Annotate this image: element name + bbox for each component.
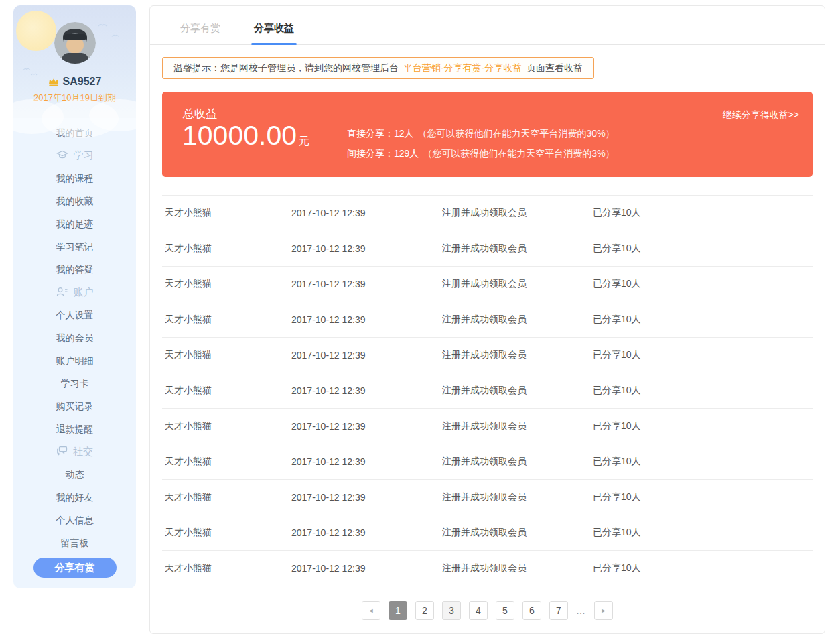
- tip-bar: 温馨提示：您是网校子管理员，请到您的网校管理后台 平台营销-分享有赏-分享收益 …: [162, 57, 594, 79]
- page-button-5[interactable]: 5: [496, 601, 514, 620]
- table-row: 天才小熊猫2017-10-12 12:39注册并成功领取会员已分享10人: [162, 480, 813, 515]
- page: SA9527 2017年10月19日到期 我的首页学习我的课程我的收藏我的足迹学…: [0, 0, 840, 642]
- page-button-3[interactable]: 3: [442, 601, 461, 620]
- share-records-table: 天才小熊猫2017-10-12 12:39注册并成功领取会员已分享10人天才小熊…: [162, 195, 813, 586]
- tip-link[interactable]: 平台营销-分享有赏-分享收益: [403, 62, 522, 73]
- cell-event: 注册并成功领取会员: [442, 385, 593, 397]
- cell-shared: 已分享10人: [593, 314, 813, 326]
- cell-name: 天才小熊猫: [165, 562, 291, 574]
- sidebar-item-purchase-records[interactable]: 购买记录: [56, 395, 94, 418]
- cell-time: 2017-10-12 12:39: [291, 492, 442, 503]
- bird-icon: [111, 34, 119, 38]
- next-page-icon[interactable]: ►: [594, 601, 613, 620]
- sidebar-section-study: 学习: [56, 144, 94, 167]
- page-button-4[interactable]: 4: [469, 601, 488, 620]
- page-button-6[interactable]: 6: [522, 601, 541, 620]
- cell-shared: 已分享10人: [593, 491, 813, 503]
- cell-name: 天才小熊猫: [165, 491, 291, 503]
- sidebar-item-my-friends[interactable]: 我的好友: [56, 486, 94, 509]
- page-button-7[interactable]: 7: [549, 601, 568, 620]
- banner-stat: 间接分享：129人（您可以获得他们在能力天空平台消费的3%）: [347, 143, 615, 164]
- sidebar-section-label: 社交: [73, 446, 93, 458]
- cell-name: 天才小熊猫: [165, 456, 291, 468]
- stat-label: 间接分享：: [347, 148, 394, 159]
- prev-page-icon[interactable]: ◄: [362, 601, 380, 620]
- stat-value: 129人: [394, 148, 419, 159]
- cell-event: 注册并成功领取会员: [442, 207, 593, 219]
- username: SA9527: [63, 76, 102, 88]
- cell-shared: 已分享10人: [593, 349, 813, 361]
- stat-value: 12人: [394, 128, 414, 139]
- tab-share-reward[interactable]: 分享有赏: [180, 22, 220, 44]
- sidebar-item-refund-reminder[interactable]: 退款提醒: [56, 418, 94, 440]
- sidebar-menu: 我的首页学习我的课程我的收藏我的足迹学习笔记我的答疑账户个人设置我的会员账户明细…: [13, 118, 136, 578]
- cell-event: 注册并成功领取会员: [442, 420, 593, 432]
- tab-share-income[interactable]: 分享收益: [254, 22, 294, 44]
- cell-name: 天才小熊猫: [165, 207, 291, 219]
- chat-icon: [56, 446, 68, 458]
- currency-unit: 元: [298, 135, 309, 147]
- cell-name: 天才小熊猫: [165, 349, 291, 361]
- sidebar-item-my-footprints[interactable]: 我的足迹: [56, 212, 94, 235]
- banner-stats: 直接分享：12人（您可以获得他们在能力天空平台消费的30%）间接分享：129人（…: [347, 123, 615, 164]
- sidebar-item-study-card[interactable]: 学习卡: [61, 372, 89, 395]
- cell-shared: 已分享10人: [593, 420, 813, 432]
- cell-event: 注册并成功领取会员: [442, 314, 593, 326]
- amount-value: 10000.00: [182, 120, 297, 151]
- sidebar-section-social: 社交: [56, 440, 93, 463]
- sun-decoration-icon: [16, 11, 56, 51]
- page-button-1[interactable]: 1: [389, 601, 407, 620]
- cell-time: 2017-10-12 12:39: [291, 385, 442, 396]
- sidebar-section-label: 账户: [74, 286, 94, 299]
- sidebar-item-account-details[interactable]: 账户明细: [56, 349, 94, 372]
- cell-shared: 已分享10人: [593, 456, 813, 468]
- cell-name: 天才小熊猫: [165, 420, 291, 432]
- sidebar-item-study-notes[interactable]: 学习笔记: [56, 235, 94, 258]
- sidebar-item-my-membership[interactable]: 我的会员: [56, 326, 94, 349]
- sidebar-item-share-reward[interactable]: 分享有赏: [33, 558, 117, 578]
- cell-event: 注册并成功领取会员: [442, 562, 593, 574]
- sidebar: SA9527 2017年10月19日到期 我的首页学习我的课程我的收藏我的足迹学…: [13, 5, 136, 588]
- continue-share-link[interactable]: 继续分享得收益>>: [723, 109, 799, 121]
- sidebar-item-my-qa[interactable]: 我的答疑: [56, 258, 94, 281]
- pagination: ◄1234567…►: [150, 601, 825, 620]
- stat-note: （您可以获得他们在能力天空平台消费的30%）: [418, 128, 615, 139]
- avatar[interactable]: [54, 22, 96, 64]
- cell-event: 注册并成功领取会员: [442, 456, 593, 468]
- cell-name: 天才小熊猫: [165, 278, 291, 290]
- stat-label: 直接分享：: [347, 128, 394, 139]
- tip-suffix: 页面查看收益: [527, 62, 583, 73]
- cell-event: 注册并成功领取会员: [442, 527, 593, 539]
- table-row: 天才小熊猫2017-10-12 12:39注册并成功领取会员已分享10人: [162, 444, 813, 480]
- table-row: 天才小熊猫2017-10-12 12:39注册并成功领取会员已分享10人: [162, 551, 813, 586]
- sidebar-item-my-courses[interactable]: 我的课程: [56, 167, 94, 190]
- sidebar-item-personal-settings[interactable]: 个人设置: [56, 304, 94, 326]
- bird-icon: [98, 23, 107, 27]
- table-row: 天才小熊猫2017-10-12 12:39注册并成功领取会员已分享10人: [162, 196, 813, 231]
- sidebar-section-label: 学习: [74, 149, 94, 162]
- cell-time: 2017-10-12 12:39: [291, 243, 442, 254]
- table-row: 天才小熊猫2017-10-12 12:39注册并成功领取会员已分享10人: [162, 231, 813, 267]
- page-ellipsis: …: [576, 605, 586, 616]
- cell-time: 2017-10-12 12:39: [291, 279, 442, 290]
- crown-icon: [48, 78, 59, 86]
- cell-time: 2017-10-12 12:39: [291, 314, 442, 325]
- table-row: 天才小熊猫2017-10-12 12:39注册并成功领取会员已分享10人: [162, 302, 813, 338]
- tabs: 分享有赏分享收益: [150, 6, 825, 45]
- table-row: 天才小熊猫2017-10-12 12:39注册并成功领取会员已分享10人: [162, 267, 813, 302]
- cell-shared: 已分享10人: [593, 207, 813, 219]
- sidebar-item-my-favorites[interactable]: 我的收藏: [56, 190, 94, 212]
- sidebar-item-message-board[interactable]: 留言板: [61, 531, 89, 554]
- page-button-2[interactable]: 2: [415, 601, 434, 620]
- sidebar-item-activity-feed[interactable]: 动态: [66, 463, 84, 486]
- cell-name: 天才小熊猫: [165, 314, 291, 326]
- tip-prefix: 温馨提示：您是网校子管理员，请到您的网校管理后台: [173, 62, 399, 73]
- cell-event: 注册并成功领取会员: [442, 243, 593, 255]
- banner-title: 总收益: [183, 106, 217, 121]
- bird-icon: [23, 67, 31, 71]
- sidebar-item-personal-info[interactable]: 个人信息: [56, 509, 94, 531]
- user-icon: [56, 287, 68, 298]
- cell-shared: 已分享10人: [593, 385, 813, 397]
- stat-note: （您可以获得他们在能力天空平台消费的3%）: [423, 148, 614, 159]
- cell-event: 注册并成功领取会员: [442, 349, 593, 361]
